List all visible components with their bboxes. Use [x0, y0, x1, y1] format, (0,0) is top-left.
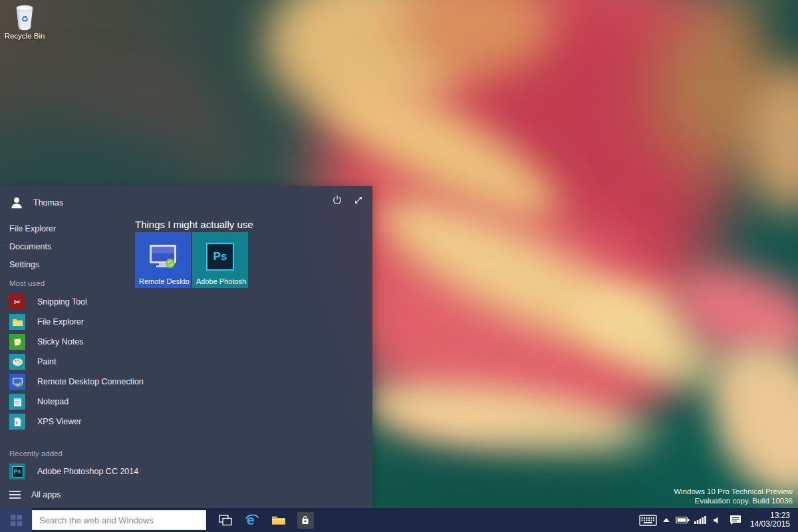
most-used-list: ✂ Snipping Tool File Explorer	[9, 292, 144, 432]
recycle-bin-icon: ♻	[13, 4, 36, 31]
tile-adobe-photoshop[interactable]: Ps Adobe Photoshop CC 2014	[192, 232, 248, 288]
recently-added-header: Recently added	[9, 450, 63, 458]
clock-date: 14/03/2015	[746, 520, 790, 529]
network-button[interactable]	[692, 508, 709, 532]
windows-logo-icon	[11, 515, 22, 526]
watermark-line2: Evaluation copy. Build 10036	[674, 496, 793, 505]
clock[interactable]: 13:23 14/03/2015	[746, 511, 795, 529]
nav-documents[interactable]: Documents	[9, 238, 56, 256]
app-sticky-notes[interactable]: Sticky Notes	[9, 332, 144, 352]
show-hidden-icons-button[interactable]	[660, 508, 673, 532]
taskbar-pinned-icons: e	[212, 508, 319, 532]
app-paint[interactable]: Paint	[9, 352, 144, 372]
svg-text:x: x	[15, 420, 18, 425]
file-explorer-button[interactable]	[265, 508, 292, 532]
notepad-icon	[9, 394, 25, 410]
app-remote-desktop-connection[interactable]: Remote Desktop Connection	[9, 372, 144, 392]
svg-text:e: e	[247, 512, 255, 527]
battery-button[interactable]	[673, 508, 692, 532]
battery-icon	[676, 516, 690, 524]
tile-remote-desktop[interactable]: Remote Desktop	[135, 232, 191, 288]
nav-settings[interactable]: Settings	[9, 256, 56, 274]
svg-text:♻: ♻	[21, 14, 28, 24]
paint-palette-icon	[9, 354, 25, 370]
volume-button[interactable]	[709, 508, 725, 532]
app-file-explorer[interactable]: File Explorer	[9, 312, 144, 332]
start-menu: Thomas File Explorer Documents Settings …	[0, 186, 372, 508]
expand-icon	[353, 195, 364, 205]
speaker-icon	[713, 516, 722, 525]
touch-keyboard-icon	[639, 515, 657, 526]
power-button[interactable]	[331, 194, 343, 206]
app-xps-viewer[interactable]: x XPS Viewer	[9, 412, 144, 432]
monitor-icon	[9, 374, 25, 390]
clock-time: 13:23	[746, 511, 790, 521]
search-input[interactable]	[32, 510, 206, 530]
start-nav: File Explorer Documents Settings	[9, 220, 56, 274]
action-center-button[interactable]	[725, 508, 746, 532]
sticky-note-icon	[9, 334, 25, 350]
desktop: ♻ Recycle Bin Windows 10 Pro Technical P…	[0, 0, 798, 532]
app-adobe-photoshop[interactable]: Ps Adobe Photoshop CC 2014	[9, 462, 138, 481]
internet-explorer-icon: e	[244, 512, 260, 528]
most-used-header: Most used	[9, 279, 45, 287]
store-tile	[297, 512, 314, 529]
touch-keyboard-button[interactable]	[636, 508, 660, 532]
recently-added-list: Ps Adobe Photoshop CC 2014	[9, 462, 138, 481]
network-signal-icon	[694, 516, 706, 524]
file-explorer-icon	[271, 515, 286, 526]
task-view-icon	[219, 515, 232, 526]
store-button[interactable]	[292, 508, 319, 532]
remote-desktop-tile-icon	[148, 243, 178, 270]
all-apps-button[interactable]: All apps	[9, 487, 61, 503]
store-bag-icon	[301, 515, 310, 525]
action-center-icon	[730, 515, 741, 525]
user-account-button[interactable]: Thomas	[9, 196, 63, 210]
expand-start-menu-button[interactable]	[352, 194, 364, 206]
system-tray: 13:23 14/03/2015	[636, 508, 798, 532]
photoshop-icon: Ps	[9, 464, 25, 479]
taskbar: e	[0, 508, 798, 532]
build-watermark: Windows 10 Pro Technical Preview Evaluat…	[674, 487, 793, 505]
tile-group: Remote Desktop Ps Adobe Photoshop CC 201…	[135, 232, 248, 288]
power-icon	[332, 195, 342, 205]
nav-file-explorer[interactable]: File Explorer	[9, 220, 56, 238]
folder-icon	[9, 314, 25, 330]
user-name: Thomas	[33, 198, 63, 207]
internet-explorer-button[interactable]: e	[239, 508, 265, 532]
start-button[interactable]	[0, 508, 32, 532]
app-snipping-tool[interactable]: ✂ Snipping Tool	[9, 292, 144, 312]
recycle-bin-label: Recycle Bin	[5, 32, 45, 40]
recycle-bin-desktop-icon[interactable]: ♻ Recycle Bin	[3, 4, 47, 40]
scissors-icon: ✂	[14, 298, 21, 307]
task-view-button[interactable]	[212, 508, 239, 532]
photoshop-tile-icon: Ps	[206, 243, 234, 271]
all-apps-list-icon	[9, 490, 21, 499]
app-notepad[interactable]: Notepad	[9, 392, 144, 412]
tile-group-title: Things I might actually use	[135, 219, 253, 230]
xps-document-icon: x	[9, 414, 25, 430]
watermark-line1: Windows 10 Pro Technical Preview	[674, 487, 793, 496]
snipping-tool-icon: ✂	[9, 294, 25, 310]
user-avatar-icon	[9, 196, 24, 210]
chevron-up-icon	[663, 518, 670, 522]
